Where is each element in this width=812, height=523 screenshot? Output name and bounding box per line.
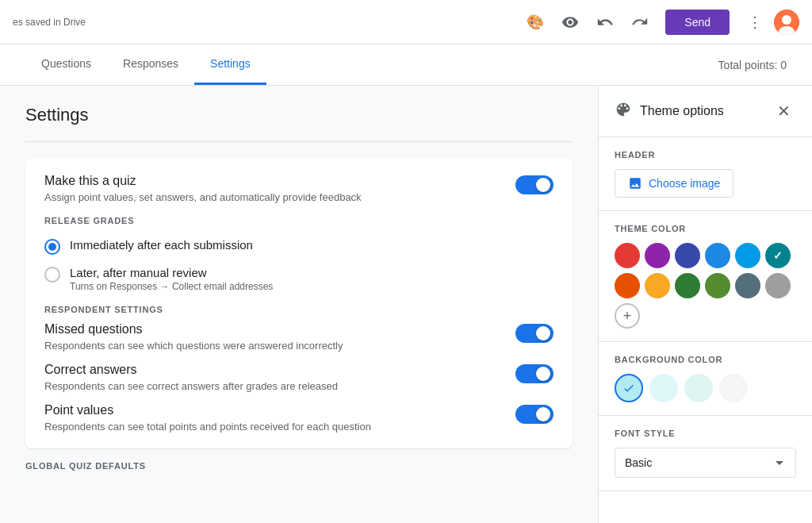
radio-immediately-circle xyxy=(44,239,60,255)
correct-answers-info: Correct answers Respondents can see corr… xyxy=(44,363,503,392)
missed-questions-info: Missed questions Respondents can see whi… xyxy=(44,322,503,352)
correct-answers-toggle[interactable] xyxy=(515,364,553,383)
missed-questions-toggle[interactable] xyxy=(515,324,553,343)
font-style-select[interactable]: BasicDecorativeFormalPlayful xyxy=(615,448,796,478)
release-grades-group: Immediately after each submission Later,… xyxy=(44,238,553,292)
theme-color-swatch-3[interactable] xyxy=(705,243,730,268)
add-custom-color-button[interactable]: + xyxy=(615,303,640,329)
quiz-toggle[interactable] xyxy=(515,175,553,194)
tab-settings[interactable]: Settings xyxy=(194,44,266,85)
theme-color-label: THEME COLOR xyxy=(615,224,796,233)
theme-color-swatch-4[interactable] xyxy=(735,243,760,268)
quiz-card: Make this a quiz Assign point values, se… xyxy=(25,158,573,448)
bg-color-section: BACKGROUND COLOR xyxy=(599,342,812,416)
correct-answers-slider xyxy=(515,364,553,383)
header-section-label: HEADER xyxy=(615,150,796,160)
settings-title: Settings xyxy=(25,105,573,125)
theme-color-swatch-11[interactable] xyxy=(765,273,791,298)
settings-panel: Settings Make this a quiz Assign point v… xyxy=(0,86,598,523)
bg-color-row xyxy=(615,374,796,402)
quiz-row: Make this a quiz Assign point values, se… xyxy=(44,174,553,203)
redo-button[interactable] xyxy=(624,6,656,38)
theme-close-button[interactable]: ✕ xyxy=(771,98,796,124)
missed-questions-slider xyxy=(515,324,553,343)
theme-color-swatch-8[interactable] xyxy=(675,273,700,298)
point-values-title: Point values xyxy=(44,403,503,417)
theme-color-swatch-0[interactable] xyxy=(615,243,640,268)
theme-color-swatch-6[interactable] xyxy=(615,273,640,298)
bg-color-label: BACKGROUND COLOR xyxy=(615,355,796,364)
theme-title: Theme options xyxy=(640,104,724,118)
theme-color-swatch-2[interactable] xyxy=(675,243,700,268)
quiz-info: Make this a quiz Assign point values, se… xyxy=(44,174,503,203)
missed-questions-row: Missed questions Respondents can see whi… xyxy=(44,322,553,352)
radio-later-text: Later, after manual review Turns on Resp… xyxy=(70,266,273,292)
quiz-toggle-slider xyxy=(515,175,553,194)
radio-later[interactable]: Later, after manual review Turns on Resp… xyxy=(44,266,553,292)
divider xyxy=(25,141,573,142)
correct-answers-row: Correct answers Respondents can see corr… xyxy=(44,363,553,392)
theme-color-swatch-5[interactable] xyxy=(765,243,791,268)
send-button[interactable]: Send xyxy=(665,10,730,35)
font-style-label: FONT STYLE xyxy=(615,429,796,438)
missed-questions-title: Missed questions xyxy=(44,322,503,336)
total-points: Total points: 0 xyxy=(718,59,787,71)
theme-palette-icon xyxy=(615,101,632,122)
tab-questions[interactable]: Questions xyxy=(25,44,107,85)
theme-color-swatch-1[interactable] xyxy=(645,243,670,268)
correct-answers-title: Correct answers xyxy=(44,363,503,377)
bg-color-swatch-0[interactable] xyxy=(615,374,643,402)
tabs-bar: Questions Responses Settings Total point… xyxy=(0,44,812,86)
point-values-slider xyxy=(515,405,553,424)
bg-color-swatch-1[interactable] xyxy=(649,374,678,402)
theme-header: Theme options ✕ xyxy=(599,86,812,137)
saved-status: es saved in Drive xyxy=(13,17,86,28)
radio-immediately-text: Immediately after each submission xyxy=(70,238,253,252)
point-values-row: Point values Respondents can see total p… xyxy=(44,403,553,433)
topbar-icons: 🎨 Send ⋮ xyxy=(519,6,799,38)
bg-color-swatch-2[interactable] xyxy=(684,374,713,402)
radio-immediately[interactable]: Immediately after each submission xyxy=(44,238,553,255)
release-grades-label: RELEASE GRADES xyxy=(44,216,553,225)
preview-button[interactable] xyxy=(554,6,586,38)
theme-color-swatch-7[interactable] xyxy=(645,273,670,298)
choose-image-label: Choose image xyxy=(649,177,720,190)
theme-header-section: HEADER Choose image xyxy=(599,137,812,211)
svg-point-1 xyxy=(782,15,791,25)
correct-answers-desc: Respondents can see correct answers afte… xyxy=(44,380,503,392)
quiz-title: Make this a quiz xyxy=(44,174,503,188)
theme-color-swatch-10[interactable] xyxy=(735,273,760,298)
point-values-desc: Respondents can see total points and poi… xyxy=(44,421,503,433)
avatar[interactable] xyxy=(774,10,799,35)
topbar: es saved in Drive 🎨 Send ⋮ xyxy=(0,0,812,44)
point-values-toggle[interactable] xyxy=(515,405,553,424)
undo-button[interactable] xyxy=(589,6,621,38)
global-label: GLOBAL QUIZ DEFAULTS xyxy=(25,461,573,471)
theme-color-swatch-9[interactable] xyxy=(705,273,730,298)
theme-color-section: THEME COLOR + xyxy=(599,211,812,342)
missed-questions-desc: Respondents can see which questions were… xyxy=(44,340,503,352)
tab-responses[interactable]: Responses xyxy=(107,44,194,85)
theme-panel: Theme options ✕ HEADER Choose image THEM… xyxy=(598,86,812,523)
more-options-button[interactable]: ⋮ xyxy=(739,6,771,38)
font-style-section: FONT STYLE BasicDecorativeFormalPlayful xyxy=(599,416,812,491)
theme-header-left: Theme options xyxy=(615,101,724,122)
respondent-settings-label: RESPONDENT SETTINGS xyxy=(44,305,553,314)
main-layout: Settings Make this a quiz Assign point v… xyxy=(0,86,812,523)
palette-button[interactable]: 🎨 xyxy=(519,6,551,38)
bg-color-swatch-3[interactable] xyxy=(719,374,748,402)
point-values-info: Point values Respondents can see total p… xyxy=(44,403,503,433)
quiz-desc: Assign point values, set answers, and au… xyxy=(44,191,503,203)
choose-image-button[interactable]: Choose image xyxy=(615,169,733,198)
theme-color-grid: + xyxy=(615,243,796,329)
radio-later-circle xyxy=(44,267,60,283)
